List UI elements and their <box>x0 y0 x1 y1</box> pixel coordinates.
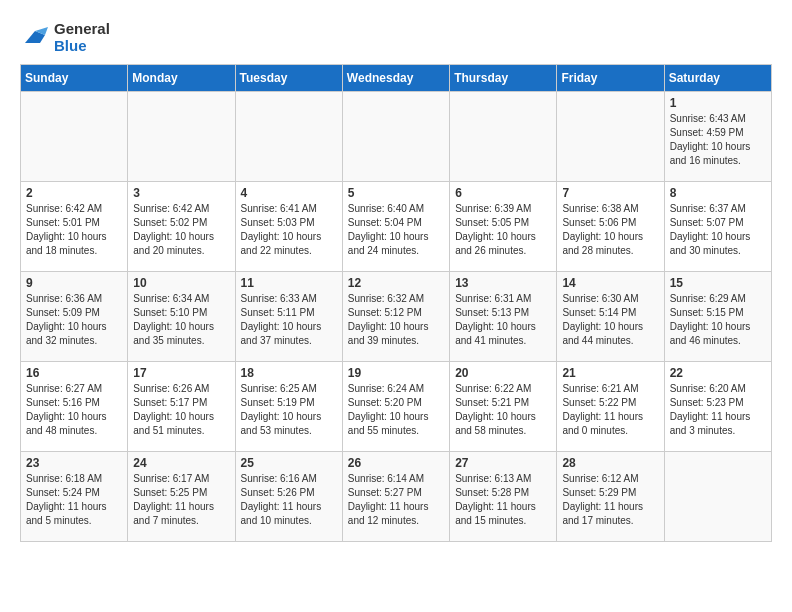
calendar-cell: 12Sunrise: 6:32 AM Sunset: 5:12 PM Dayli… <box>342 272 449 362</box>
day-number: 10 <box>133 276 229 290</box>
day-number: 4 <box>241 186 337 200</box>
day-number: 22 <box>670 366 766 380</box>
day-info: Sunrise: 6:16 AM Sunset: 5:26 PM Dayligh… <box>241 472 337 528</box>
calendar-cell <box>450 92 557 182</box>
day-info: Sunrise: 6:33 AM Sunset: 5:11 PM Dayligh… <box>241 292 337 348</box>
calendar-cell: 9Sunrise: 6:36 AM Sunset: 5:09 PM Daylig… <box>21 272 128 362</box>
day-number: 18 <box>241 366 337 380</box>
day-info: Sunrise: 6:18 AM Sunset: 5:24 PM Dayligh… <box>26 472 122 528</box>
calendar-cell: 23Sunrise: 6:18 AM Sunset: 5:24 PM Dayli… <box>21 452 128 542</box>
day-number: 3 <box>133 186 229 200</box>
calendar-cell: 18Sunrise: 6:25 AM Sunset: 5:19 PM Dayli… <box>235 362 342 452</box>
day-info: Sunrise: 6:20 AM Sunset: 5:23 PM Dayligh… <box>670 382 766 438</box>
calendar-cell: 19Sunrise: 6:24 AM Sunset: 5:20 PM Dayli… <box>342 362 449 452</box>
day-number: 28 <box>562 456 658 470</box>
calendar-cell: 7Sunrise: 6:38 AM Sunset: 5:06 PM Daylig… <box>557 182 664 272</box>
calendar-cell: 28Sunrise: 6:12 AM Sunset: 5:29 PM Dayli… <box>557 452 664 542</box>
weekday-header-saturday: Saturday <box>664 65 771 92</box>
day-info: Sunrise: 6:30 AM Sunset: 5:14 PM Dayligh… <box>562 292 658 348</box>
day-number: 27 <box>455 456 551 470</box>
calendar-cell: 15Sunrise: 6:29 AM Sunset: 5:15 PM Dayli… <box>664 272 771 362</box>
calendar-cell: 17Sunrise: 6:26 AM Sunset: 5:17 PM Dayli… <box>128 362 235 452</box>
calendar-cell: 5Sunrise: 6:40 AM Sunset: 5:04 PM Daylig… <box>342 182 449 272</box>
calendar-cell <box>235 92 342 182</box>
weekday-header-monday: Monday <box>128 65 235 92</box>
day-number: 25 <box>241 456 337 470</box>
day-number: 24 <box>133 456 229 470</box>
day-info: Sunrise: 6:38 AM Sunset: 5:06 PM Dayligh… <box>562 202 658 258</box>
calendar-cell: 27Sunrise: 6:13 AM Sunset: 5:28 PM Dayli… <box>450 452 557 542</box>
calendar-cell <box>342 92 449 182</box>
calendar-cell: 24Sunrise: 6:17 AM Sunset: 5:25 PM Dayli… <box>128 452 235 542</box>
calendar-cell: 13Sunrise: 6:31 AM Sunset: 5:13 PM Dayli… <box>450 272 557 362</box>
day-number: 19 <box>348 366 444 380</box>
day-info: Sunrise: 6:21 AM Sunset: 5:22 PM Dayligh… <box>562 382 658 438</box>
day-info: Sunrise: 6:34 AM Sunset: 5:10 PM Dayligh… <box>133 292 229 348</box>
day-info: Sunrise: 6:31 AM Sunset: 5:13 PM Dayligh… <box>455 292 551 348</box>
day-number: 17 <box>133 366 229 380</box>
day-number: 12 <box>348 276 444 290</box>
logo-bird-icon <box>20 23 50 51</box>
calendar-cell: 2Sunrise: 6:42 AM Sunset: 5:01 PM Daylig… <box>21 182 128 272</box>
calendar-cell: 21Sunrise: 6:21 AM Sunset: 5:22 PM Dayli… <box>557 362 664 452</box>
day-info: Sunrise: 6:12 AM Sunset: 5:29 PM Dayligh… <box>562 472 658 528</box>
weekday-header-thursday: Thursday <box>450 65 557 92</box>
calendar-cell: 6Sunrise: 6:39 AM Sunset: 5:05 PM Daylig… <box>450 182 557 272</box>
day-info: Sunrise: 6:22 AM Sunset: 5:21 PM Dayligh… <box>455 382 551 438</box>
day-number: 15 <box>670 276 766 290</box>
day-info: Sunrise: 6:37 AM Sunset: 5:07 PM Dayligh… <box>670 202 766 258</box>
calendar-cell: 14Sunrise: 6:30 AM Sunset: 5:14 PM Dayli… <box>557 272 664 362</box>
day-number: 5 <box>348 186 444 200</box>
calendar-cell: 1Sunrise: 6:43 AM Sunset: 4:59 PM Daylig… <box>664 92 771 182</box>
day-number: 16 <box>26 366 122 380</box>
weekday-header-friday: Friday <box>557 65 664 92</box>
day-info: Sunrise: 6:32 AM Sunset: 5:12 PM Dayligh… <box>348 292 444 348</box>
calendar-cell: 20Sunrise: 6:22 AM Sunset: 5:21 PM Dayli… <box>450 362 557 452</box>
calendar-cell <box>557 92 664 182</box>
day-info: Sunrise: 6:39 AM Sunset: 5:05 PM Dayligh… <box>455 202 551 258</box>
logo-text: General Blue <box>54 20 110 54</box>
day-info: Sunrise: 6:25 AM Sunset: 5:19 PM Dayligh… <box>241 382 337 438</box>
logo: General Blue <box>20 20 110 54</box>
day-number: 11 <box>241 276 337 290</box>
day-number: 26 <box>348 456 444 470</box>
day-number: 1 <box>670 96 766 110</box>
day-info: Sunrise: 6:17 AM Sunset: 5:25 PM Dayligh… <box>133 472 229 528</box>
calendar-cell <box>664 452 771 542</box>
day-number: 13 <box>455 276 551 290</box>
day-info: Sunrise: 6:29 AM Sunset: 5:15 PM Dayligh… <box>670 292 766 348</box>
day-info: Sunrise: 6:40 AM Sunset: 5:04 PM Dayligh… <box>348 202 444 258</box>
day-info: Sunrise: 6:26 AM Sunset: 5:17 PM Dayligh… <box>133 382 229 438</box>
day-number: 21 <box>562 366 658 380</box>
day-info: Sunrise: 6:36 AM Sunset: 5:09 PM Dayligh… <box>26 292 122 348</box>
day-number: 2 <box>26 186 122 200</box>
day-number: 8 <box>670 186 766 200</box>
calendar-cell: 3Sunrise: 6:42 AM Sunset: 5:02 PM Daylig… <box>128 182 235 272</box>
calendar-cell: 10Sunrise: 6:34 AM Sunset: 5:10 PM Dayli… <box>128 272 235 362</box>
day-number: 23 <box>26 456 122 470</box>
day-number: 7 <box>562 186 658 200</box>
calendar-cell: 8Sunrise: 6:37 AM Sunset: 5:07 PM Daylig… <box>664 182 771 272</box>
calendar-cell: 16Sunrise: 6:27 AM Sunset: 5:16 PM Dayli… <box>21 362 128 452</box>
weekday-header-sunday: Sunday <box>21 65 128 92</box>
calendar-cell: 11Sunrise: 6:33 AM Sunset: 5:11 PM Dayli… <box>235 272 342 362</box>
calendar-cell: 22Sunrise: 6:20 AM Sunset: 5:23 PM Dayli… <box>664 362 771 452</box>
page-header: General Blue <box>20 20 772 54</box>
day-info: Sunrise: 6:42 AM Sunset: 5:02 PM Dayligh… <box>133 202 229 258</box>
day-number: 20 <box>455 366 551 380</box>
weekday-header-tuesday: Tuesday <box>235 65 342 92</box>
day-number: 14 <box>562 276 658 290</box>
day-info: Sunrise: 6:27 AM Sunset: 5:16 PM Dayligh… <box>26 382 122 438</box>
day-info: Sunrise: 6:43 AM Sunset: 4:59 PM Dayligh… <box>670 112 766 168</box>
calendar-cell <box>21 92 128 182</box>
calendar-cell <box>128 92 235 182</box>
day-number: 9 <box>26 276 122 290</box>
day-info: Sunrise: 6:42 AM Sunset: 5:01 PM Dayligh… <box>26 202 122 258</box>
day-number: 6 <box>455 186 551 200</box>
day-info: Sunrise: 6:41 AM Sunset: 5:03 PM Dayligh… <box>241 202 337 258</box>
calendar-cell: 26Sunrise: 6:14 AM Sunset: 5:27 PM Dayli… <box>342 452 449 542</box>
day-info: Sunrise: 6:24 AM Sunset: 5:20 PM Dayligh… <box>348 382 444 438</box>
calendar-cell: 25Sunrise: 6:16 AM Sunset: 5:26 PM Dayli… <box>235 452 342 542</box>
calendar-table: SundayMondayTuesdayWednesdayThursdayFrid… <box>20 64 772 542</box>
calendar-cell: 4Sunrise: 6:41 AM Sunset: 5:03 PM Daylig… <box>235 182 342 272</box>
